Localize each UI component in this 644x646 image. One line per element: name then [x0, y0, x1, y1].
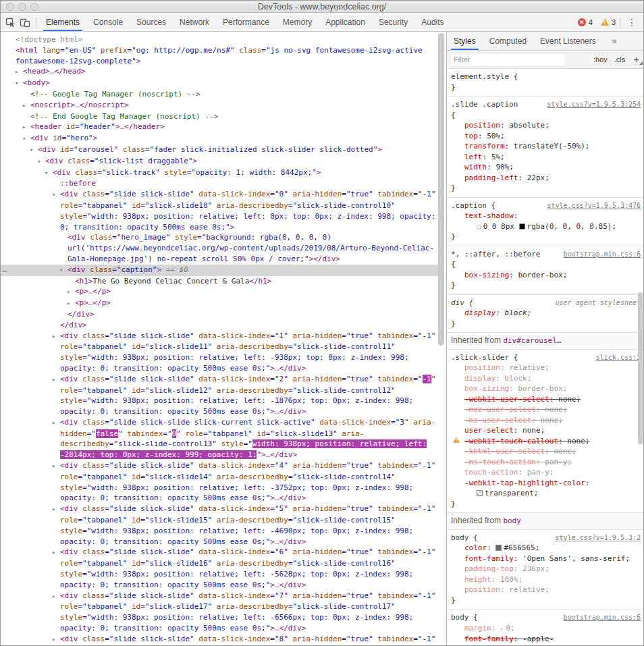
css-property[interactable]: -webkit-tap-highlight-color:	[451, 478, 641, 489]
css-selector[interactable]: body {	[451, 533, 478, 543]
css-property[interactable]: -moz-user-select: none;	[451, 404, 641, 415]
collapse-arrow-icon[interactable]: ▾	[15, 78, 23, 89]
expand-arrow-icon[interactable]: ▸	[52, 591, 60, 602]
elements-scrollbar[interactable]	[438, 33, 444, 346]
css-property[interactable]: -ms-touch-action: pan-y;	[451, 457, 641, 468]
stylesheet-source-link[interactable]: bootstrap.min.css:6	[560, 249, 641, 260]
css-selector[interactable]: element.style {	[451, 72, 518, 82]
dom-tree-line[interactable]: ▸<div class="slide slick-slide" data-sli…	[1, 504, 441, 547]
inherited-node-link[interactable]: div#carousel…	[503, 336, 561, 345]
warning-icon[interactable]: !	[601, 18, 609, 26]
css-property[interactable]: font-family: -apple-system,BlinkMacSyste…	[451, 634, 641, 645]
css-selector[interactable]: .caption {	[451, 200, 495, 211]
expand-arrow-icon[interactable]: ▸	[67, 298, 75, 309]
css-property[interactable]: -khtml-user-select: none;	[451, 446, 641, 457]
dom-tree-line[interactable]: <html lang="en-US" prefix="og: http://og…	[1, 45, 441, 67]
css-property[interactable]: display: block;	[451, 308, 641, 319]
dom-tree-line[interactable]: <div class="hero_image" style="backgroun…	[1, 232, 441, 264]
expand-arrow-icon[interactable]: ▸	[22, 101, 30, 111]
expand-arrow-icon[interactable]: ▸	[67, 287, 75, 298]
warning-count[interactable]: 3	[612, 18, 616, 26]
css-property[interactable]: -ms-user-select: none;	[451, 415, 641, 426]
css-selector[interactable]: .slide .caption	[451, 99, 518, 110]
dom-tree-line[interactable]: ▸<p>…</p>	[1, 298, 441, 309]
expand-value-icon[interactable]: ▸	[500, 625, 504, 632]
inherited-node-link[interactable]: body	[503, 516, 521, 525]
css-selector[interactable]: *, ::after, ::before	[451, 249, 540, 260]
dom-tree-line[interactable]: ▾<div id="hero">	[1, 133, 441, 144]
css-property[interactable]: padding-left: 22px;	[451, 173, 641, 184]
css-selector[interactable]: body {	[451, 612, 478, 623]
dom-tree-line[interactable]: ▸<div class="slide slick-slide" data-sli…	[1, 331, 441, 374]
stylesheet-source-link[interactable]: style.css?v=1.9.5.3:2	[552, 533, 641, 543]
dom-tree-line[interactable]: ▾<body>	[1, 78, 441, 89]
css-property[interactable]: box-sizing: border-box;	[451, 383, 641, 394]
expand-arrow-icon[interactable]: ▸	[52, 547, 60, 558]
collapse-arrow-icon[interactable]: ▾	[52, 190, 60, 200]
more-menu-icon[interactable]: ⋮	[623, 17, 641, 28]
stylesheet-source-link[interactable]: slick.css:3	[592, 352, 641, 363]
collapse-arrow-icon[interactable]: ▾	[37, 157, 45, 167]
error-icon[interactable]: ✕	[578, 18, 586, 26]
css-property[interactable]: top: 50%;	[451, 131, 641, 142]
css-selector[interactable]: .slick-slider {	[451, 352, 518, 363]
tab-network[interactable]: Network	[173, 13, 216, 31]
stylesheet-source-link[interactable]: style.css?v=1.9.5.3:476	[543, 200, 641, 211]
css-property[interactable]: color: #656565;	[451, 543, 641, 554]
dom-tree-line[interactable]: </div>	[1, 309, 441, 320]
css-property[interactable]: user-select: none;	[451, 425, 641, 436]
css-property[interactable]: height: 100%;	[451, 574, 641, 585]
expand-arrow-icon[interactable]: ▸	[52, 375, 60, 385]
css-selector[interactable]: div {	[451, 298, 473, 308]
element-classes-button[interactable]: .cls	[614, 55, 626, 63]
dom-tree-line[interactable]: ▸<div class="slide slick-slide" data-sli…	[1, 460, 441, 504]
dom-tree-line[interactable]: ▸<div class="slide slick-slide slick-cur…	[1, 417, 441, 460]
collapse-arrow-icon[interactable]: ▾	[22, 134, 30, 144]
device-toolbar-icon[interactable]	[20, 17, 30, 28]
close-window-icon[interactable]	[6, 3, 14, 11]
dom-tree-line[interactable]: </div>	[1, 320, 441, 331]
css-property[interactable]: font-family: 'Open Sans', sans-serif;	[451, 554, 641, 564]
tab-application[interactable]: Application	[319, 13, 372, 31]
css-property[interactable]: box-sizing: border-box;	[451, 270, 641, 281]
tab-memory[interactable]: Memory	[276, 13, 319, 31]
css-property-value[interactable]: ❏0 0 8px rgba(0, 0, 0, 0.85);	[451, 221, 641, 232]
stylesheet-source-link[interactable]: bootstrap.min.css:6	[560, 612, 641, 623]
css-property[interactable]: width: 90%;	[451, 162, 641, 173]
collapse-arrow-icon[interactable]: ▾	[59, 265, 68, 276]
dom-tree-line-selected[interactable]: …▾<div class="caption"> == $0	[1, 265, 441, 276]
expand-arrow-icon[interactable]: ▸	[52, 331, 60, 342]
dom-tree-line[interactable]: ▸<head>…</head>	[1, 66, 441, 78]
expand-arrow-icon[interactable]: ▸	[52, 504, 60, 515]
css-property[interactable]: touch-action: pan-y;	[451, 467, 641, 478]
expand-arrow-icon[interactable]: ▸	[22, 122, 30, 133]
zoom-window-icon[interactable]	[30, 3, 38, 11]
style-filter-input[interactable]	[451, 54, 564, 65]
css-property[interactable]: display: block;	[451, 373, 641, 384]
color-swatch[interactable]	[477, 490, 483, 496]
css-property[interactable]: position: relative;	[451, 362, 641, 373]
css-property[interactable]: transform: translateY(-50%);	[451, 141, 641, 152]
tab-console[interactable]: Console	[86, 13, 130, 31]
css-property[interactable]: position: relative;	[451, 585, 641, 595]
tab-security[interactable]: Security	[372, 13, 414, 31]
css-property[interactable]: padding-top: 236px;	[451, 564, 641, 574]
color-swatch[interactable]	[495, 545, 502, 551]
css-property-value[interactable]: transparent;	[451, 488, 641, 499]
dom-tree-line[interactable]: <!doctype html>	[1, 34, 441, 45]
dom-tree-line[interactable]: ▸<header id="header">…</header>	[1, 122, 441, 133]
dom-tree-line[interactable]: ▾<div id="carousel" class="fader slick-i…	[1, 144, 441, 156]
dom-tree-line[interactable]: ▸<p>…</p>	[1, 286, 441, 298]
stylesheet-source-link[interactable]: style.css?v=1.9.5.3:254	[543, 99, 641, 110]
new-style-rule-button[interactable]: +	[633, 55, 639, 64]
css-property[interactable]: -webkit-user-select: none;	[451, 394, 641, 405]
dom-tree-line[interactable]: ▾<div class="slick-track" style="opacity…	[1, 167, 441, 179]
shadow-swatch-icon[interactable]: ❏	[477, 221, 481, 232]
dom-tree-line[interactable]: <!-- End Google Tag Manager (noscript) -…	[1, 111, 441, 122]
expand-arrow-icon[interactable]: ▸	[52, 418, 60, 429]
collapse-arrow-icon[interactable]: ▾	[30, 145, 38, 156]
sidebar-tabs-overflow-icon[interactable]: »	[612, 36, 617, 46]
dom-tree-line[interactable]: ▸<noscript>…</noscript>	[1, 100, 441, 111]
tab-elements[interactable]: Elements	[39, 13, 86, 31]
sidebar-tab-styles[interactable]: Styles	[447, 32, 483, 50]
